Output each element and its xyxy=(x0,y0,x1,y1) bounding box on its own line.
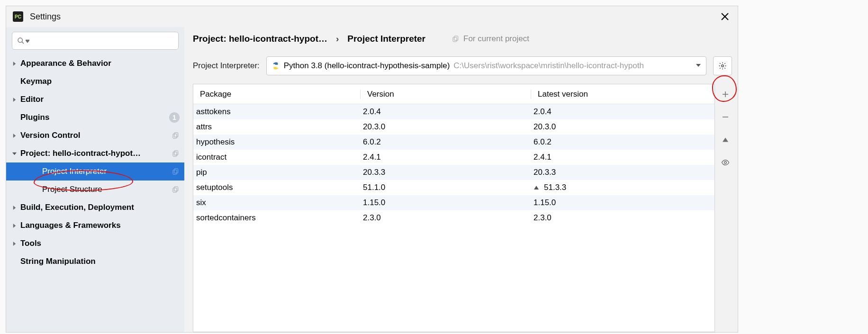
svg-rect-20 xyxy=(454,36,458,40)
svg-marker-17 xyxy=(13,206,15,210)
window-title: Settings xyxy=(30,12,61,22)
svg-rect-16 xyxy=(173,188,177,192)
cell-package: six xyxy=(193,198,360,208)
expand-arrow-icon xyxy=(12,97,17,102)
interpreter-settings-button[interactable] xyxy=(713,56,732,75)
tree-item-label: String Manipulation xyxy=(20,257,180,266)
packages-table: Package Version Latest version asttokens… xyxy=(193,84,715,332)
python-icon xyxy=(271,62,280,70)
main-panel: Project: hello-icontract-hypot… › Projec… xyxy=(184,27,738,332)
expand-arrow-icon xyxy=(12,241,17,246)
sidebar-search[interactable] xyxy=(12,32,179,50)
svg-rect-15 xyxy=(174,187,178,191)
tree-item-appearance-behavior[interactable]: Appearance & Behavior xyxy=(6,54,184,72)
interpreter-path: C:\Users\rist\workspace\mristin\hello-ic… xyxy=(453,61,692,71)
tree-item-version-control[interactable]: Version Control xyxy=(6,126,184,144)
scope-label: For current project xyxy=(452,34,529,44)
package-row[interactable]: six1.15.01.15.0 xyxy=(193,195,714,210)
package-row[interactable]: icontract2.4.12.4.1 xyxy=(193,150,714,165)
expand-arrow-icon xyxy=(12,133,17,138)
col-header-version[interactable]: Version xyxy=(360,90,531,99)
tree-item-string-manipulation[interactable]: String Manipulation xyxy=(6,253,184,271)
close-icon xyxy=(721,12,729,21)
plus-icon xyxy=(721,90,730,99)
svg-rect-8 xyxy=(174,133,178,137)
interpreter-select[interactable]: Python 3.8 (hello-icontract-hypothesis-s… xyxy=(266,56,706,75)
cell-package: icontract xyxy=(193,153,360,162)
tree-item-build-execution-deployment[interactable]: Build, Execution, Deployment xyxy=(6,199,184,217)
table-header: Package Version Latest version xyxy=(193,84,714,104)
tree-item-label: Plugins xyxy=(20,113,166,122)
package-row[interactable]: pip20.3.320.3.3 xyxy=(193,165,714,180)
svg-marker-24 xyxy=(534,186,539,190)
package-row[interactable]: hypothesis6.0.26.0.2 xyxy=(193,135,714,150)
tree-item-plugins[interactable]: Plugins1 xyxy=(6,108,184,126)
cell-version: 1.15.0 xyxy=(360,198,531,208)
svg-marker-19 xyxy=(13,242,15,246)
svg-rect-13 xyxy=(174,169,178,173)
breadcrumb-project[interactable]: Project: hello-icontract-hypot… xyxy=(193,34,327,44)
remove-package-button[interactable] xyxy=(719,110,732,124)
tree-item-label: Tools xyxy=(20,239,180,248)
cell-latest: 6.0.2 xyxy=(531,137,714,147)
minus-icon xyxy=(721,113,730,121)
cell-version: 20.3.3 xyxy=(360,168,531,177)
tree-item-label: Project Structure xyxy=(42,185,169,194)
tree-item-label: Editor xyxy=(20,95,180,104)
svg-rect-11 xyxy=(174,151,178,155)
tree-item-project-structure[interactable]: Project Structure xyxy=(6,181,184,199)
chevron-down-icon xyxy=(696,61,701,71)
package-row[interactable]: asttokens2.0.42.0.4 xyxy=(193,104,714,119)
cell-latest: 20.3.0 xyxy=(531,122,714,132)
copy-icon xyxy=(452,35,460,43)
cell-latest: 2.3.0 xyxy=(531,213,714,223)
svg-rect-9 xyxy=(173,134,177,138)
table-body: asttokens2.0.42.0.4attrs20.3.020.3.0hypo… xyxy=(193,104,714,332)
cell-latest: 51.3.3 xyxy=(531,183,714,193)
svg-point-23 xyxy=(722,65,724,67)
tree-item-label: Keymap xyxy=(20,77,180,86)
tree-item-editor[interactable]: Editor xyxy=(6,90,184,108)
tree-item-tools[interactable]: Tools xyxy=(6,235,184,253)
settings-tree: Appearance & BehaviorKeymapEditorPlugins… xyxy=(6,54,184,271)
show-early-releases-button[interactable] xyxy=(719,156,732,169)
search-history-dropdown[interactable] xyxy=(26,36,29,45)
cell-package: setuptools xyxy=(193,183,360,192)
cell-package: pip xyxy=(193,168,360,177)
package-row[interactable]: sortedcontainers2.3.02.3.0 xyxy=(193,210,714,226)
copy-icon xyxy=(172,150,180,157)
update-badge: 1 xyxy=(169,112,180,123)
col-header-latest[interactable]: Latest version xyxy=(531,90,714,99)
tree-item-keymap[interactable]: Keymap xyxy=(6,72,184,90)
add-package-button[interactable] xyxy=(719,88,732,101)
chevron-right-icon: › xyxy=(336,34,339,44)
close-button[interactable] xyxy=(719,10,731,23)
col-header-package[interactable]: Package xyxy=(193,90,360,99)
package-row[interactable]: attrs20.3.020.3.0 xyxy=(193,119,714,135)
cell-version: 20.3.0 xyxy=(360,122,531,132)
cell-package: asttokens xyxy=(193,107,360,117)
svg-point-29 xyxy=(724,162,727,164)
tree-item-label: Project: hello-icontract-hypot… xyxy=(20,149,169,158)
package-tools xyxy=(715,84,736,332)
tree-item-languages-frameworks[interactable]: Languages & Frameworks xyxy=(6,217,184,235)
svg-marker-18 xyxy=(13,224,15,228)
cell-latest: 2.4.1 xyxy=(531,153,714,162)
cell-version: 2.3.0 xyxy=(360,213,531,223)
svg-rect-12 xyxy=(173,152,177,156)
tree-item-project-hello-icontract-hypot[interactable]: Project: hello-icontract-hypot… xyxy=(6,144,184,162)
svg-marker-22 xyxy=(696,64,701,67)
package-row[interactable]: setuptools51.1.051.3.3 xyxy=(193,180,714,195)
upgrade-package-button[interactable] xyxy=(719,133,732,146)
interpreter-name: Python 3.8 (hello-icontract-hypothesis-s… xyxy=(284,61,450,71)
tree-item-project-interpreter[interactable]: Project Interpreter xyxy=(6,162,184,181)
tree-item-label: Languages & Frameworks xyxy=(20,221,180,230)
cell-package: attrs xyxy=(193,122,360,132)
svg-rect-21 xyxy=(453,37,457,42)
svg-line-3 xyxy=(22,42,24,44)
settings-dialog: PC Settings Appearance & BehaviorKeymapE… xyxy=(6,6,738,333)
tree-item-label: Project Interpreter xyxy=(42,167,169,176)
breadcrumb: Project: hello-icontract-hypot… › Projec… xyxy=(193,34,738,44)
search-icon xyxy=(17,37,25,45)
search-input[interactable] xyxy=(32,36,173,45)
